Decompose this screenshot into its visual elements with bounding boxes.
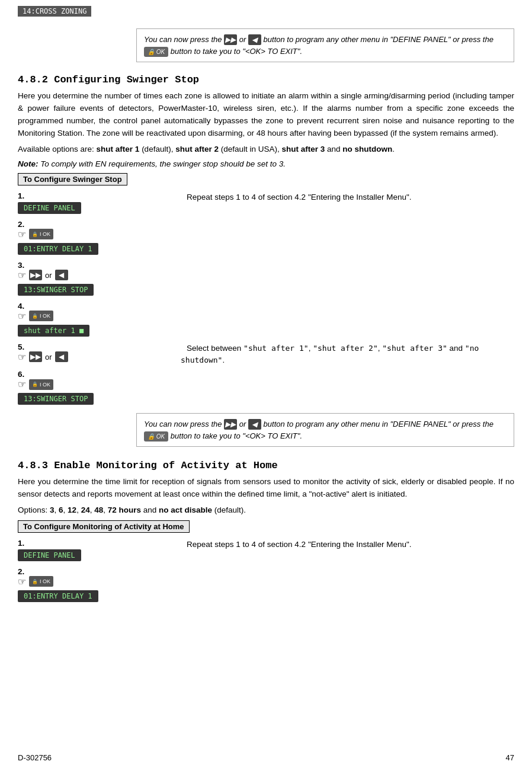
- step-3: 3. ☞ ▶▶ or ◀ 13:SWINGER STOP: [18, 261, 514, 298]
- hand-icon-3: ☞: [18, 270, 26, 281]
- instruction2-forward-icon[interactable]: ▶▶: [224, 419, 237, 430]
- hand-icon-5: ☞: [18, 351, 26, 363]
- activity-step-1-lcd: DEFINE PANEL: [18, 549, 81, 561]
- activity-step-2-left: 2. ☞ 🔒 I OK 01:ENTRY DELAY 1: [18, 567, 172, 604]
- step-5-icons: ☞ ▶▶ or ◀: [18, 351, 172, 363]
- steps-activity: 1. DEFINE PANEL Repeat steps 1 to 4 of s…: [18, 539, 514, 604]
- activity-step-1-num: 1.: [18, 539, 172, 548]
- step-6: 6. ☞ 🔒 I OK 13:SWINGER STOP: [18, 370, 514, 407]
- activity-step-2: 2. ☞ 🔒 I OK 01:ENTRY DELAY 1: [18, 567, 514, 604]
- instruction2-text-a: You can now press the: [144, 420, 222, 428]
- instruction-text-1b: button to program any other menu in "DEF…: [264, 35, 493, 44]
- instruction2-lock-icon[interactable]: 🔒 OK: [144, 431, 168, 442]
- section1-note: Note: To comply with EN requirements, th…: [18, 159, 514, 168]
- step-2-num: 2.: [18, 220, 172, 229]
- step-5-right: Select between "shut after 1", "shut aft…: [172, 343, 514, 367]
- step-3-icons: ☞ ▶▶ or ◀: [18, 270, 172, 281]
- step-5-num: 5.: [18, 343, 172, 351]
- activity-step-1-left: 1. DEFINE PANEL: [18, 539, 172, 564]
- step-6-num: 6.: [18, 370, 172, 379]
- footer-left: D-302756: [18, 753, 52, 762]
- step-4-icons: ☞ 🔒 I OK: [18, 311, 172, 322]
- hand-icon-2: ☞: [18, 229, 26, 240]
- forward-arrow-icon[interactable]: ▶▶: [224, 34, 237, 45]
- config-label-activity: To Configure Monitoring of Activity at H…: [18, 520, 190, 533]
- step-3-left: 3. ☞ ▶▶ or ◀ 13:SWINGER STOP: [18, 261, 172, 298]
- step-5-left: 5. ☞ ▶▶ or ◀: [18, 343, 172, 364]
- step-4-num: 4.: [18, 302, 172, 311]
- ok-button-a2[interactable]: 🔒 I OK: [29, 576, 53, 587]
- step-5: 5. ☞ ▶▶ or ◀ Select between "shut after …: [18, 343, 514, 367]
- ok-button-2[interactable]: 🔒 I OK: [29, 229, 53, 239]
- activity-step-1-desc: Repeat steps 1 to 4 of section 4.2 "Ente…: [187, 540, 412, 549]
- step-6-lcd: 13:SWINGER STOP: [18, 393, 94, 405]
- instruction2-or: or: [239, 420, 248, 428]
- step-4-lcd: shut after 1 ■: [18, 325, 89, 337]
- footer-right: 47: [506, 753, 514, 762]
- footer: D-302756 47: [18, 753, 514, 762]
- activity-step-2-icons: ☞ 🔒 I OK: [18, 576, 172, 587]
- activity-step-1: 1. DEFINE PANEL Repeat steps 1 to 4 of s…: [18, 539, 514, 564]
- step-5-or: or: [45, 353, 52, 361]
- activity-step-2-lcd: 01:ENTRY DELAY 1: [18, 590, 98, 602]
- step-5-forward[interactable]: ▶▶: [29, 351, 42, 362]
- step-2: 2. ☞ 🔒 I OK 01:ENTRY DELAY 1: [18, 220, 514, 257]
- instruction-block-2: You can now press the ▶▶ or ◀ button to …: [136, 413, 514, 447]
- lock-icon[interactable]: 🔒 OK: [144, 47, 168, 57]
- step-3-lcd: 13:SWINGER STOP: [18, 284, 94, 296]
- section1-body1: Here you determine the number of times e…: [18, 90, 514, 140]
- step-3-num: 3.: [18, 261, 172, 270]
- instruction2-text-b: button to program any other menu in "DEF…: [264, 420, 493, 428]
- hand-icon-6: ☞: [18, 379, 26, 390]
- step-2-left: 2. ☞ 🔒 I OK 01:ENTRY DELAY 1: [18, 220, 172, 257]
- ok-button-6[interactable]: 🔒 I OK: [29, 379, 53, 390]
- instruction-or-1: or: [239, 35, 248, 44]
- step-1-num: 1.: [18, 191, 172, 200]
- step-1-lcd: DEFINE PANEL: [18, 202, 81, 214]
- instruction2-text-c: button to take you to "<OK> TO EXIT".: [171, 431, 302, 440]
- section2-body2: Options: 3, 6, 12, 24, 48, 72 hours and …: [18, 504, 514, 517]
- step-3-or: or: [45, 271, 52, 280]
- steps-swinger: 1. DEFINE PANEL Repeat steps 1 to 4 of s…: [18, 191, 514, 408]
- top-label: 14:CROSS ZONING: [18, 6, 91, 17]
- instruction-block-1: You can now press the ▶▶ or ◀ button to …: [136, 28, 514, 62]
- step-3-back[interactable]: ◀: [55, 270, 68, 280]
- section-heading-1: 4.8.2 Configuring Swinger Stop: [18, 74, 514, 85]
- ok-button-4[interactable]: 🔒 I OK: [29, 311, 53, 321]
- step-4: 4. ☞ 🔒 I OK shut after 1 ■: [18, 302, 514, 339]
- step-5-desc: Select between "shut after 1", "shut aft…: [181, 344, 479, 364]
- activity-step-1-right: Repeat steps 1 to 4 of section 4.2 "Ente…: [172, 539, 514, 551]
- back-arrow-icon[interactable]: ◀: [248, 34, 261, 45]
- section-heading-2: 4.8.3 Enable Monitoring of Activity at H…: [18, 460, 514, 471]
- step-2-icons: ☞ 🔒 I OK: [18, 229, 172, 240]
- step-1-left: 1. DEFINE PANEL: [18, 191, 172, 216]
- step-3-forward[interactable]: ▶▶: [29, 270, 42, 280]
- step-1-right: Repeat steps 1 to 4 of section 4.2 "Ente…: [172, 191, 514, 203]
- step-1-desc: Repeat steps 1 to 4 of section 4.2 "Ente…: [187, 193, 412, 201]
- instruction-text-1a: You can now press the: [144, 35, 222, 44]
- step-5-back[interactable]: ◀: [55, 351, 68, 362]
- step-1: 1. DEFINE PANEL Repeat steps 1 to 4 of s…: [18, 191, 514, 216]
- instruction2-back-icon[interactable]: ◀: [248, 419, 261, 430]
- activity-step-2-num: 2.: [18, 567, 172, 576]
- step-4-left: 4. ☞ 🔒 I OK shut after 1 ■: [18, 302, 172, 339]
- step-6-icons: ☞ 🔒 I OK: [18, 379, 172, 390]
- section1-body2: Available options are: shut after 1 (def…: [18, 143, 514, 156]
- hand-icon-a2: ☞: [18, 576, 26, 587]
- section2-body1: Here you determine the time limit for re…: [18, 476, 514, 501]
- step-6-left: 6. ☞ 🔒 I OK 13:SWINGER STOP: [18, 370, 172, 407]
- instruction-text-1c: button to take you to "<OK> TO EXIT".: [171, 47, 302, 56]
- config-label-swinger: To Configure Swinger Stop: [18, 173, 127, 185]
- step-2-lcd: 01:ENTRY DELAY 1: [18, 243, 98, 255]
- hand-icon-4: ☞: [18, 311, 26, 322]
